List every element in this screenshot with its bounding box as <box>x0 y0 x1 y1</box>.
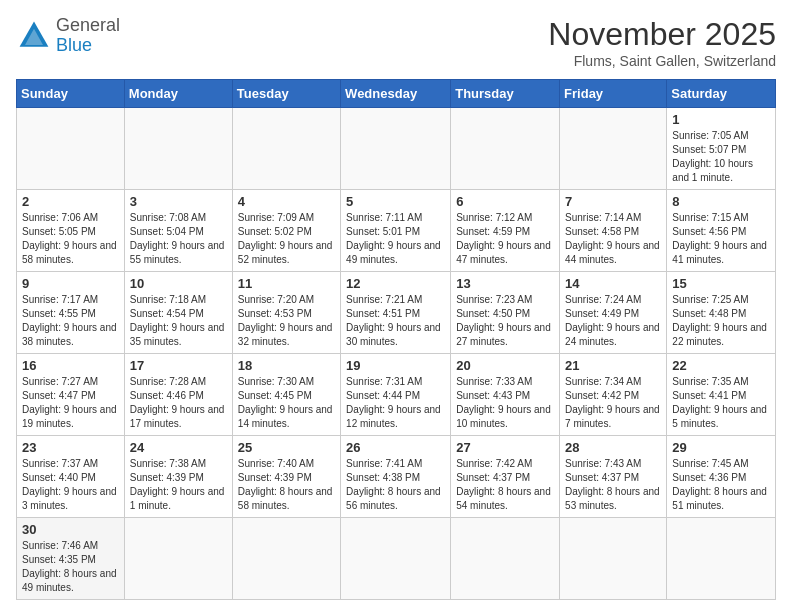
calendar-cell: 18Sunrise: 7:30 AMSunset: 4:45 PMDayligh… <box>232 354 340 436</box>
day-number: 28 <box>565 440 661 455</box>
day-info: Sunrise: 7:43 AMSunset: 4:37 PMDaylight:… <box>565 457 661 513</box>
day-number: 1 <box>672 112 770 127</box>
day-number: 20 <box>456 358 554 373</box>
day-info: Sunrise: 7:06 AMSunset: 5:05 PMDaylight:… <box>22 211 119 267</box>
day-info: Sunrise: 7:30 AMSunset: 4:45 PMDaylight:… <box>238 375 335 431</box>
day-number: 17 <box>130 358 227 373</box>
logo-text: General Blue <box>56 16 120 56</box>
day-info: Sunrise: 7:14 AMSunset: 4:58 PMDaylight:… <box>565 211 661 267</box>
calendar-cell: 2Sunrise: 7:06 AMSunset: 5:05 PMDaylight… <box>17 190 125 272</box>
calendar-cell: 16Sunrise: 7:27 AMSunset: 4:47 PMDayligh… <box>17 354 125 436</box>
page-header: General Blue November 2025 Flums, Saint … <box>16 16 776 69</box>
day-number: 6 <box>456 194 554 209</box>
calendar-cell: 23Sunrise: 7:37 AMSunset: 4:40 PMDayligh… <box>17 436 125 518</box>
calendar-cell: 26Sunrise: 7:41 AMSunset: 4:38 PMDayligh… <box>341 436 451 518</box>
calendar-cell <box>17 108 125 190</box>
calendar-cell: 30Sunrise: 7:46 AMSunset: 4:35 PMDayligh… <box>17 518 125 600</box>
calendar-cell: 27Sunrise: 7:42 AMSunset: 4:37 PMDayligh… <box>451 436 560 518</box>
logo: General Blue <box>16 16 120 56</box>
calendar-cell: 11Sunrise: 7:20 AMSunset: 4:53 PMDayligh… <box>232 272 340 354</box>
calendar-cell <box>232 108 340 190</box>
calendar-cell: 24Sunrise: 7:38 AMSunset: 4:39 PMDayligh… <box>124 436 232 518</box>
day-number: 2 <box>22 194 119 209</box>
calendar-cell <box>341 108 451 190</box>
day-info: Sunrise: 7:25 AMSunset: 4:48 PMDaylight:… <box>672 293 770 349</box>
day-info: Sunrise: 7:31 AMSunset: 4:44 PMDaylight:… <box>346 375 445 431</box>
calendar-cell: 3Sunrise: 7:08 AMSunset: 5:04 PMDaylight… <box>124 190 232 272</box>
column-header-friday: Friday <box>560 80 667 108</box>
day-number: 16 <box>22 358 119 373</box>
calendar-cell <box>451 108 560 190</box>
title-block: November 2025 Flums, Saint Gallen, Switz… <box>548 16 776 69</box>
day-number: 22 <box>672 358 770 373</box>
day-info: Sunrise: 7:24 AMSunset: 4:49 PMDaylight:… <box>565 293 661 349</box>
day-number: 26 <box>346 440 445 455</box>
calendar-cell <box>124 518 232 600</box>
day-number: 15 <box>672 276 770 291</box>
column-header-wednesday: Wednesday <box>341 80 451 108</box>
calendar-cell <box>560 108 667 190</box>
logo-general: General <box>56 16 120 36</box>
calendar-week-2: 9Sunrise: 7:17 AMSunset: 4:55 PMDaylight… <box>17 272 776 354</box>
location: Flums, Saint Gallen, Switzerland <box>548 53 776 69</box>
calendar-cell <box>124 108 232 190</box>
day-info: Sunrise: 7:38 AMSunset: 4:39 PMDaylight:… <box>130 457 227 513</box>
day-info: Sunrise: 7:21 AMSunset: 4:51 PMDaylight:… <box>346 293 445 349</box>
day-number: 9 <box>22 276 119 291</box>
day-number: 13 <box>456 276 554 291</box>
day-number: 19 <box>346 358 445 373</box>
day-number: 12 <box>346 276 445 291</box>
calendar-cell <box>341 518 451 600</box>
calendar-cell: 22Sunrise: 7:35 AMSunset: 4:41 PMDayligh… <box>667 354 776 436</box>
day-number: 24 <box>130 440 227 455</box>
calendar-cell: 17Sunrise: 7:28 AMSunset: 4:46 PMDayligh… <box>124 354 232 436</box>
day-info: Sunrise: 7:34 AMSunset: 4:42 PMDaylight:… <box>565 375 661 431</box>
calendar-week-4: 23Sunrise: 7:37 AMSunset: 4:40 PMDayligh… <box>17 436 776 518</box>
day-info: Sunrise: 7:05 AMSunset: 5:07 PMDaylight:… <box>672 129 770 185</box>
day-number: 23 <box>22 440 119 455</box>
calendar-cell: 12Sunrise: 7:21 AMSunset: 4:51 PMDayligh… <box>341 272 451 354</box>
calendar: SundayMondayTuesdayWednesdayThursdayFrid… <box>16 79 776 600</box>
calendar-cell: 6Sunrise: 7:12 AMSunset: 4:59 PMDaylight… <box>451 190 560 272</box>
column-header-tuesday: Tuesday <box>232 80 340 108</box>
logo-icon <box>16 18 52 54</box>
day-info: Sunrise: 7:45 AMSunset: 4:36 PMDaylight:… <box>672 457 770 513</box>
column-header-monday: Monday <box>124 80 232 108</box>
day-info: Sunrise: 7:40 AMSunset: 4:39 PMDaylight:… <box>238 457 335 513</box>
calendar-cell: 25Sunrise: 7:40 AMSunset: 4:39 PMDayligh… <box>232 436 340 518</box>
day-info: Sunrise: 7:17 AMSunset: 4:55 PMDaylight:… <box>22 293 119 349</box>
column-header-saturday: Saturday <box>667 80 776 108</box>
calendar-cell: 13Sunrise: 7:23 AMSunset: 4:50 PMDayligh… <box>451 272 560 354</box>
day-info: Sunrise: 7:27 AMSunset: 4:47 PMDaylight:… <box>22 375 119 431</box>
calendar-week-0: 1Sunrise: 7:05 AMSunset: 5:07 PMDaylight… <box>17 108 776 190</box>
calendar-cell: 8Sunrise: 7:15 AMSunset: 4:56 PMDaylight… <box>667 190 776 272</box>
day-number: 11 <box>238 276 335 291</box>
day-info: Sunrise: 7:18 AMSunset: 4:54 PMDaylight:… <box>130 293 227 349</box>
day-number: 21 <box>565 358 661 373</box>
day-info: Sunrise: 7:41 AMSunset: 4:38 PMDaylight:… <box>346 457 445 513</box>
day-info: Sunrise: 7:11 AMSunset: 5:01 PMDaylight:… <box>346 211 445 267</box>
day-info: Sunrise: 7:20 AMSunset: 4:53 PMDaylight:… <box>238 293 335 349</box>
day-number: 18 <box>238 358 335 373</box>
calendar-week-5: 30Sunrise: 7:46 AMSunset: 4:35 PMDayligh… <box>17 518 776 600</box>
calendar-cell <box>451 518 560 600</box>
calendar-cell <box>232 518 340 600</box>
day-info: Sunrise: 7:46 AMSunset: 4:35 PMDaylight:… <box>22 539 119 595</box>
calendar-cell: 15Sunrise: 7:25 AMSunset: 4:48 PMDayligh… <box>667 272 776 354</box>
calendar-header-row: SundayMondayTuesdayWednesdayThursdayFrid… <box>17 80 776 108</box>
calendar-cell: 7Sunrise: 7:14 AMSunset: 4:58 PMDaylight… <box>560 190 667 272</box>
calendar-cell: 1Sunrise: 7:05 AMSunset: 5:07 PMDaylight… <box>667 108 776 190</box>
day-number: 10 <box>130 276 227 291</box>
day-info: Sunrise: 7:37 AMSunset: 4:40 PMDaylight:… <box>22 457 119 513</box>
day-info: Sunrise: 7:15 AMSunset: 4:56 PMDaylight:… <box>672 211 770 267</box>
day-number: 30 <box>22 522 119 537</box>
calendar-cell: 14Sunrise: 7:24 AMSunset: 4:49 PMDayligh… <box>560 272 667 354</box>
day-number: 4 <box>238 194 335 209</box>
day-number: 8 <box>672 194 770 209</box>
calendar-cell: 5Sunrise: 7:11 AMSunset: 5:01 PMDaylight… <box>341 190 451 272</box>
logo-blue: Blue <box>56 36 120 56</box>
calendar-cell: 9Sunrise: 7:17 AMSunset: 4:55 PMDaylight… <box>17 272 125 354</box>
calendar-cell <box>667 518 776 600</box>
day-info: Sunrise: 7:23 AMSunset: 4:50 PMDaylight:… <box>456 293 554 349</box>
calendar-week-3: 16Sunrise: 7:27 AMSunset: 4:47 PMDayligh… <box>17 354 776 436</box>
